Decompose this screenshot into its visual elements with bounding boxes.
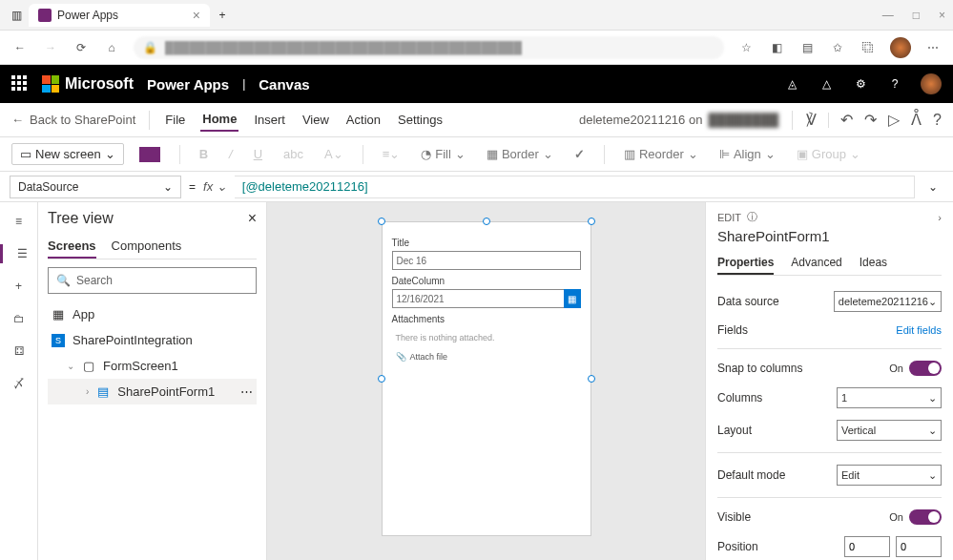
help-icon[interactable]: ? xyxy=(886,75,903,93)
tools-pane-icon[interactable]: 〆 xyxy=(10,374,29,393)
tab-properties[interactable]: Properties xyxy=(717,252,774,275)
font-color-button[interactable]: A⌄ xyxy=(319,143,349,165)
tab-close-icon[interactable]: × xyxy=(193,8,200,23)
fill-button[interactable]: ◔ Fill ⌄ xyxy=(415,143,471,165)
play-button[interactable]: ▷ xyxy=(888,111,900,129)
nav-home-icon[interactable]: ⌂ xyxy=(103,39,120,56)
environment-icon[interactable]: ◬ xyxy=(783,75,800,93)
theme-button[interactable] xyxy=(134,143,166,166)
italic-button[interactable]: / xyxy=(223,143,238,165)
new-screen-button[interactable]: ▭ New screen ⌄ xyxy=(11,143,124,165)
resize-handle-ml[interactable] xyxy=(378,375,385,383)
chevron-down-icon[interactable]: ⌄ xyxy=(217,179,227,194)
profile-avatar[interactable] xyxy=(890,37,911,58)
align-button[interactable]: ⊫ Align ⌄ xyxy=(714,143,781,165)
caret-down-icon[interactable]: ⌄ xyxy=(67,361,74,371)
position-y-input[interactable] xyxy=(896,536,942,557)
menu-file[interactable]: File xyxy=(163,109,187,131)
property-selector[interactable]: DataSource ⌄ xyxy=(10,176,181,198)
border-button[interactable]: ▦ Border ⌄ xyxy=(481,143,559,165)
nav-refresh-icon[interactable]: ⟳ xyxy=(73,39,90,56)
bold-button[interactable]: B xyxy=(194,143,214,165)
align-text-button[interactable]: ≡⌄ xyxy=(377,143,406,165)
menu-view[interactable]: View xyxy=(300,109,331,131)
default-mode-select[interactable]: Edit⌄ xyxy=(837,465,942,486)
tree-item-sp-integration[interactable]: S SharePointIntegration xyxy=(48,327,257,353)
menu-insert[interactable]: Insert xyxy=(252,109,287,131)
redo-button[interactable]: ↷ xyxy=(864,111,877,129)
edit-fields-link[interactable]: Edit fields xyxy=(896,324,942,336)
underline-button[interactable]: U xyxy=(248,143,268,165)
share-button[interactable]: ᐰ xyxy=(911,111,922,129)
more-icon[interactable]: ⋯ xyxy=(240,384,253,399)
resize-handle-tc[interactable] xyxy=(483,218,490,225)
resize-handle-tl[interactable] xyxy=(378,218,385,225)
visible-toggle[interactable] xyxy=(909,509,942,525)
tree-item-app[interactable]: ▦ App xyxy=(48,301,257,327)
formula-expand-icon[interactable]: ⌄ xyxy=(922,180,943,194)
field-input-date[interactable]: 12/16/2021 ▦ xyxy=(392,289,581,308)
tab-components[interactable]: Components xyxy=(112,235,182,259)
tree-item-formscreen[interactable]: ⌄ ▢ FormScreen1 xyxy=(48,353,257,379)
media-pane-icon[interactable]: ⚃ xyxy=(10,342,29,361)
maximize-button[interactable]: □ xyxy=(913,9,920,22)
layout-select[interactable]: Vertical⌄ xyxy=(837,420,942,441)
calendar-icon[interactable]: ▦ xyxy=(564,289,581,308)
app-icon: ▦ xyxy=(52,308,65,321)
hamburger-icon[interactable]: ≡ xyxy=(10,212,29,231)
settings-icon[interactable]: ⚙ xyxy=(852,75,869,93)
browser-tab[interactable]: Power Apps × xyxy=(29,4,210,27)
tab-overview-icon[interactable]: ▥ xyxy=(8,7,25,24)
position-x-input[interactable] xyxy=(844,536,890,557)
reading-icon[interactable]: ▤ xyxy=(798,39,816,56)
columns-select[interactable]: 1⌄ xyxy=(837,387,942,408)
formula-input[interactable]: [@deleteme20211216] xyxy=(235,176,915,198)
collapse-panel-icon[interactable]: › xyxy=(938,212,942,223)
canvas-area[interactable]: Title Dec 16 DateColumn 12/16/2021 ▦ Att… xyxy=(267,202,705,560)
url-bar[interactable]: 🔒 ██████████████████████████████████████… xyxy=(134,36,724,59)
resize-handle-mr[interactable] xyxy=(588,375,595,383)
undo-button[interactable]: ↶ xyxy=(840,111,853,129)
sharepoint-form-canvas[interactable]: Title Dec 16 DateColumn 12/16/2021 ▦ Att… xyxy=(382,221,591,536)
help-button[interactable]: ? xyxy=(933,112,942,129)
insert-pane-icon[interactable]: + xyxy=(10,277,29,296)
tree-item-spform[interactable]: › ▤ SharePointForm1 ⋯ xyxy=(48,379,257,404)
menu-home[interactable]: Home xyxy=(200,108,238,132)
extension-icon[interactable]: ◧ xyxy=(768,39,785,56)
caret-right-icon[interactable]: › xyxy=(86,386,89,397)
addfav-icon[interactable]: ✩ xyxy=(829,39,846,56)
info-icon[interactable]: ⓘ xyxy=(747,210,757,224)
snap-toggle[interactable] xyxy=(909,361,942,376)
checkmark-button[interactable]: ✓ xyxy=(569,143,590,165)
menu-settings[interactable]: Settings xyxy=(396,109,445,131)
app-launcher-icon[interactable] xyxy=(11,75,29,93)
menu-action[interactable]: Action xyxy=(344,109,383,131)
app-checker-icon[interactable]: ℣ xyxy=(806,111,817,129)
collections-icon[interactable]: ⿻ xyxy=(860,39,877,56)
nav-forward-icon[interactable]: → xyxy=(42,39,59,56)
tab-screens[interactable]: Screens xyxy=(48,235,96,259)
tree-view-icon[interactable]: ☰ xyxy=(0,244,37,263)
data-source-select[interactable]: deleteme20211216⌄ xyxy=(834,291,942,312)
close-panel-icon[interactable]: × xyxy=(248,210,257,227)
favorites-icon[interactable]: ☆ xyxy=(737,39,755,56)
strike-button[interactable]: abc xyxy=(278,143,309,165)
resize-handle-tr[interactable] xyxy=(588,218,595,225)
search-icon: 🔍 xyxy=(56,274,71,287)
menu-icon[interactable]: ⋯ xyxy=(924,39,942,56)
reorder-button[interactable]: ▥ Reorder ⌄ xyxy=(618,143,704,165)
user-avatar[interactable] xyxy=(921,73,942,94)
data-pane-icon[interactable]: 🗀 xyxy=(10,309,29,328)
group-button[interactable]: ▣ Group ⌄ xyxy=(791,143,866,165)
new-tab-button[interactable]: + xyxy=(214,7,231,24)
field-input-title[interactable]: Dec 16 xyxy=(392,251,581,270)
back-to-sharepoint[interactable]: ← Back to SharePoint xyxy=(11,113,135,127)
tab-advanced[interactable]: Advanced xyxy=(791,252,841,275)
notifications-icon[interactable]: △ xyxy=(818,75,835,93)
minimize-button[interactable]: — xyxy=(882,9,894,22)
tab-ideas[interactable]: Ideas xyxy=(860,252,887,275)
tree-search-box[interactable]: 🔍 Search xyxy=(48,267,257,294)
close-window-button[interactable]: × xyxy=(939,9,945,22)
attach-file-button[interactable]: 📎 Attach file xyxy=(392,348,581,365)
nav-back-icon[interactable]: ← xyxy=(11,39,29,56)
